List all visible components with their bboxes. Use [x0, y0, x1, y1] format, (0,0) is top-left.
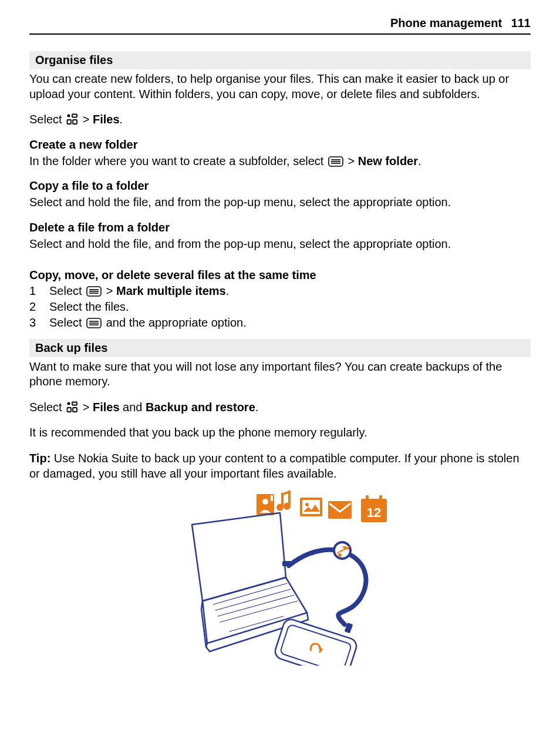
select-files-line: Select > Files. — [29, 112, 531, 127]
new-folder-label: New folder — [358, 154, 418, 167]
step-text: Select and the appropriate option. — [49, 315, 531, 331]
subhead-delete-file: Delete a file from a folder — [29, 221, 531, 234]
subhead-copy-file: Copy a file to a folder — [29, 179, 531, 193]
backup-illustration: 12 — [29, 489, 531, 668]
copy-file-body: Select and hold the file, and from the p… — [29, 195, 531, 210]
backup-recommendation: It is recommended that you back up the p… — [29, 425, 531, 441]
svg-rect-27 — [379, 495, 382, 501]
backup-intro: Want to make sure that you will not lose… — [29, 360, 531, 389]
create-folder-body: In the folder where you want to create a… — [29, 154, 531, 169]
svg-rect-19 — [73, 408, 77, 412]
text: Select — [29, 113, 65, 126]
page-number: 111 — [511, 16, 531, 29]
text: and — [123, 401, 146, 414]
text: Select — [29, 401, 65, 414]
svg-rect-3 — [73, 120, 77, 124]
text: . — [226, 284, 230, 297]
step-text: Select the files. — [49, 299, 531, 315]
svg-line-34 — [230, 616, 284, 631]
svg-point-0 — [68, 115, 70, 117]
options-menu-icon — [328, 156, 343, 167]
svg-rect-26 — [366, 495, 369, 501]
svg-rect-1 — [72, 115, 77, 117]
organise-intro: You can create new folders, to help orga… — [29, 72, 531, 102]
backup-restore-label: Backup and restore — [146, 401, 255, 414]
text: and the appropriate option. — [103, 316, 247, 329]
tip-body: Use Nokia Suite to back up your content … — [29, 452, 519, 480]
svg-rect-24 — [328, 501, 352, 519]
svg-line-30 — [213, 583, 287, 604]
files-label: Files — [93, 113, 120, 126]
text: > — [83, 401, 93, 414]
svg-point-28 — [262, 499, 268, 505]
svg-point-16 — [68, 402, 70, 405]
mark-multiple-label: Mark multiple items — [116, 284, 226, 297]
multi-steps-list: 1 Select > Mark multiple items. 2 Select… — [29, 283, 531, 331]
backup-select-line: Select > Files and Backup and restore. — [29, 400, 531, 415]
subhead-create-folder: Create a new folder — [29, 138, 531, 152]
svg-rect-2 — [68, 120, 72, 124]
section-organise-files: Organise files — [29, 51, 531, 69]
manual-page: Phone management 111 Organise files You … — [0, 0, 560, 691]
list-item: 1 Select > Mark multiple items. — [29, 283, 531, 299]
svg-rect-29 — [271, 495, 273, 501]
svg-line-31 — [215, 589, 291, 610]
text: Select — [49, 284, 85, 297]
svg-rect-22 — [302, 500, 320, 514]
subhead-multi: Copy, move, or delete several files at t… — [29, 268, 531, 282]
section-backup-files: Back up files — [29, 339, 531, 357]
files-label: Files — [93, 401, 120, 414]
delete-file-body: Select and hold the file, and from the p… — [29, 237, 531, 252]
tip-label: Tip: — [29, 452, 50, 465]
text: . — [120, 113, 123, 126]
options-menu-icon — [86, 318, 102, 328]
svg-point-23 — [305, 503, 309, 506]
apps-grid-icon — [66, 113, 78, 125]
header-title: Phone management — [390, 16, 502, 29]
text: In the folder where you want to create a… — [29, 154, 327, 167]
options-menu-icon — [86, 286, 102, 297]
svg-rect-17 — [72, 402, 77, 405]
backup-tip: Tip: Use Nokia Suite to back up your con… — [29, 451, 531, 481]
svg-point-37 — [339, 554, 341, 556]
text: . — [255, 401, 259, 414]
apps-grid-icon — [66, 401, 78, 413]
calendar-day: 12 — [367, 505, 381, 520]
step-number: 2 — [29, 299, 49, 315]
step-number: 1 — [29, 283, 49, 299]
step-number: 3 — [29, 315, 49, 331]
text: > — [83, 113, 93, 126]
text: . — [418, 154, 421, 167]
svg-rect-38 — [282, 561, 292, 566]
running-header: Phone management 111 — [29, 16, 531, 35]
text: Select — [49, 316, 85, 329]
step-text: Select > Mark multiple items. — [49, 283, 531, 299]
text: > — [106, 284, 116, 297]
list-item: 3 Select and the appropriate option. — [29, 315, 531, 331]
list-item: 2 Select the files. — [29, 299, 531, 315]
svg-rect-18 — [68, 408, 72, 412]
text: > — [348, 154, 358, 167]
svg-line-32 — [218, 595, 294, 616]
